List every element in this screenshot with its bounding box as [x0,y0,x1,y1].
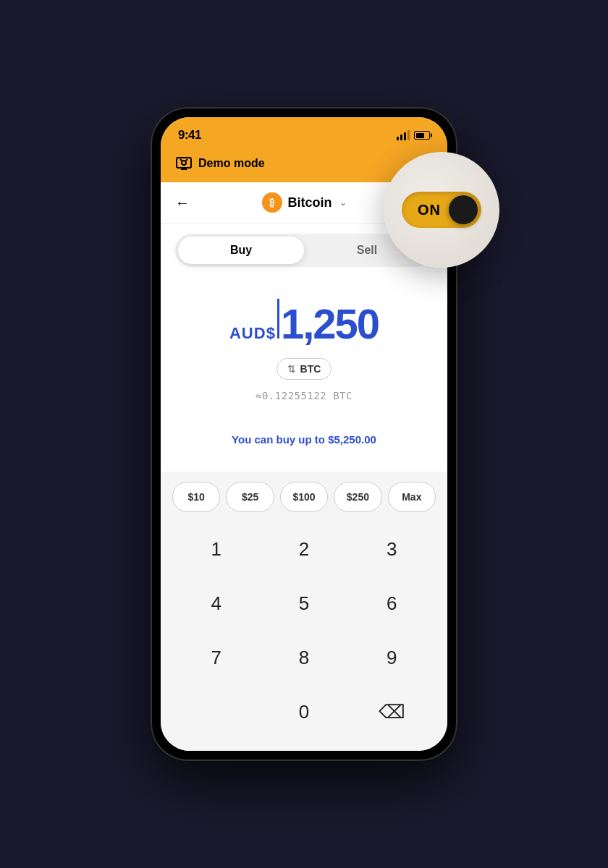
amount-section: AUD$ 1,250 ⇅ BTC ≈0.12255122 BTC You can… [161,277,447,472]
numpad-key-8[interactable]: 8 [260,631,347,685]
numpad-key-6[interactable]: 6 [348,576,436,631]
numpad-key-7[interactable]: 7 [172,631,260,685]
status-bar: 9:41 [161,117,447,149]
svg-rect-0 [177,158,191,168]
quick-amount-25[interactable]: $25 [226,482,274,512]
buy-limit-text: You can buy up to $5,250.00 [217,422,391,457]
coin-selector[interactable]: ₿ Bitcoin ⌄ [262,192,347,213]
svg-point-1 [182,161,186,165]
amount-value: 1,250 [281,303,379,345]
status-time: 9:41 [178,128,201,142]
quick-amount-10[interactable]: $10 [172,482,220,512]
battery-icon [414,131,430,140]
back-button[interactable]: ← [175,195,190,211]
quick-amount-max[interactable]: Max [388,482,436,512]
numpad-key-1[interactable]: 1 [172,522,260,576]
toggle-on-label: ON [418,202,441,218]
numpad: 1 2 3 4 5 6 7 8 9 0 ⌫ [161,522,447,751]
toggle-knob [449,195,478,224]
numpad-key-0[interactable]: 0 [260,685,347,739]
switch-arrows-icon: ⇅ [287,363,296,375]
numpad-key-backspace[interactable]: ⌫ [348,685,436,739]
demo-mode-icon [175,155,193,172]
numpad-key-2[interactable]: 2 [260,522,347,576]
numpad-key-4[interactable]: 4 [172,576,260,631]
btc-equivalent-text: ≈0.12255122 BTC [256,390,352,401]
coin-name: Bitcoin [288,195,332,210]
chevron-down-icon: ⌄ [339,197,347,208]
amount-display: AUD$ 1,250 [229,299,379,345]
demo-mode-toggle[interactable]: ON [402,192,481,228]
quick-amounts-row: $10 $25 $100 $250 Max [161,472,447,522]
buy-tab[interactable]: Buy [178,237,304,264]
currency-switch-button[interactable]: ⇅ BTC [276,358,332,380]
status-icons [397,130,430,140]
quick-amount-250[interactable]: $250 [334,482,381,512]
demo-toggle-bubble[interactable]: ON [384,152,499,268]
demo-mode-label: Demo mode [198,157,265,170]
bitcoin-logo: ₿ [262,192,282,213]
quick-amount-100[interactable]: $100 [280,482,328,512]
numpad-key-9[interactable]: 9 [348,631,436,685]
text-cursor [277,299,279,339]
currency-prefix: AUD$ [229,324,276,343]
numpad-key-3[interactable]: 3 [348,522,436,576]
signal-icon [397,130,410,140]
numpad-key-empty [172,685,260,739]
numpad-key-5[interactable]: 5 [260,576,347,631]
btc-currency-label: BTC [300,363,321,375]
